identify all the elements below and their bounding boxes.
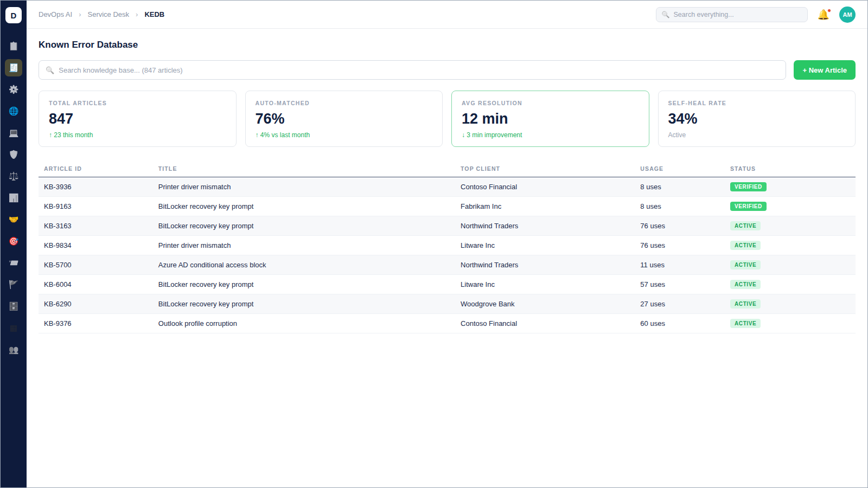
kb-search-row: 🔍 + New Article [39, 60, 856, 80]
sidebar-item-partners[interactable]: 🤝 [5, 211, 22, 228]
cell-article-id: KB-9376 [39, 314, 153, 333]
table-row[interactable]: KB-9834 Printer driver mismatch Litware … [39, 236, 856, 255]
status-badge: ACTIVE [730, 299, 761, 309]
cell-usage: 76 uses [635, 216, 725, 236]
sidebar-item-flags[interactable]: 🚩 [5, 276, 22, 293]
cell-status: ACTIVE [725, 255, 856, 275]
cell-title: BitLocker recovery key prompt [153, 294, 455, 314]
stats-row: TOTAL ARTICLES 847 ↑ 23 this month AUTO-… [39, 91, 856, 147]
cell-title: BitLocker recovery key prompt [153, 216, 455, 236]
sidebar-item-users[interactable]: 👥 [5, 341, 22, 358]
stat-label: TOTAL ARTICLES [49, 100, 226, 106]
cell-usage: 57 uses [635, 275, 725, 294]
servers-icon: 🗄️ [9, 301, 19, 311]
table-row[interactable]: KB-3936 Printer driver mismatch Contoso … [39, 177, 856, 197]
status-badge: VERIFIED [730, 182, 767, 191]
analytics-icon: 📊 [9, 193, 19, 203]
cell-title: BitLocker recovery key prompt [153, 275, 455, 294]
cell-status: ACTIVE [725, 236, 856, 255]
settings-icon: ⚙️ [9, 85, 19, 94]
partners-icon: 🤝 [9, 215, 19, 224]
global-search-input[interactable] [674, 11, 802, 18]
cell-title: Outlook profile corruption [153, 314, 455, 333]
sidebar-item-network[interactable]: 🌐 [5, 102, 22, 120]
notifications-bell-icon[interactable]: 🔔 [818, 10, 829, 20]
status-badge: ACTIVE [730, 319, 761, 328]
cell-article-id: KB-3163 [39, 216, 153, 236]
cell-article-id: KB-6290 [39, 294, 153, 314]
topbar-right: 🔍 🔔 AM [656, 7, 856, 23]
compliance-icon: ⚖️ [9, 171, 19, 181]
sidebar-item-compliance[interactable]: ⚖️ [5, 168, 22, 185]
cell-status: VERIFIED [725, 197, 856, 216]
cell-title: BitLocker recovery key prompt [153, 197, 455, 216]
global-search[interactable]: 🔍 [656, 7, 808, 22]
breadcrumb-kedb: KEDB [144, 10, 164, 18]
cell-usage: 76 uses [635, 236, 725, 255]
cell-title: Printer driver mismatch [153, 177, 455, 197]
table-row[interactable]: KB-9376 Outlook profile corruption Conto… [39, 314, 856, 333]
cell-top-client: Litware Inc [455, 236, 635, 255]
search-icon: 🔍 [662, 11, 670, 18]
sidebar-item-mail[interactable]: 📨 [5, 254, 22, 272]
status-badge: ACTIVE [730, 260, 761, 269]
stat-card: AVG RESOLUTION 12 min ↓ 3 min improvemen… [451, 91, 649, 147]
stat-value: 847 [49, 111, 226, 127]
stat-label: AUTO-MATCHED [256, 100, 433, 106]
reports-icon: 📋 [9, 41, 19, 51]
sidebar-item-servers[interactable]: 🗄️ [5, 298, 22, 315]
cell-status: ACTIVE [725, 216, 856, 236]
users-icon: 👥 [9, 345, 19, 355]
sidebar-items: 📋 🧾 ⚙️ 🌐 💻 🛡️ ⚖️ 📊 🤝 🎯 📨 🚩 🗄️ ▦ 👥 [5, 37, 22, 358]
status-badge: ACTIVE [730, 241, 761, 250]
cell-article-id: KB-9834 [39, 236, 153, 255]
cell-status: ACTIVE [725, 275, 856, 294]
sidebar-item-analytics[interactable]: 📊 [5, 189, 22, 207]
table-row[interactable]: KB-5700 Azure AD conditional access bloc… [39, 255, 856, 275]
sidebar-item-settings[interactable]: ⚙️ [5, 81, 22, 98]
table-row[interactable]: KB-6004 BitLocker recovery key prompt Li… [39, 275, 856, 294]
kb-search-input[interactable] [59, 66, 779, 74]
status-badge: VERIFIED [730, 202, 767, 211]
cell-usage: 8 uses [635, 177, 725, 197]
kb-search[interactable]: 🔍 [39, 60, 786, 80]
sidebar-item-reports[interactable]: 📋 [5, 37, 22, 55]
stat-delta: ↑ 23 this month [49, 131, 226, 139]
stat-label: SELF-HEAL RATE [668, 100, 846, 106]
status-badge: ACTIVE [730, 280, 761, 289]
cell-top-client: Litware Inc [455, 275, 635, 294]
breadcrumb-service-desk[interactable]: Service Desk [87, 10, 129, 18]
sidebar-item-devices[interactable]: 💻 [5, 124, 22, 142]
cell-article-id: KB-9163 [39, 197, 153, 216]
table-row[interactable]: KB-9163 BitLocker recovery key prompt Fa… [39, 197, 856, 216]
stat-value: 34% [668, 111, 846, 127]
cell-status: VERIFIED [725, 177, 856, 197]
sidebar-item-kedb[interactable]: 🧾 [5, 59, 22, 76]
sidebar-item-security[interactable]: 🛡️ [5, 146, 22, 163]
table-row[interactable]: KB-3163 BitLocker recovery key prompt No… [39, 216, 856, 236]
sidebar-item-apps-grid[interactable]: ▦ [5, 319, 22, 337]
devices-icon: 💻 [9, 128, 19, 138]
security-icon: 🛡️ [9, 150, 19, 159]
avatar[interactable]: AM [839, 7, 856, 23]
breadcrumb-devops-ai[interactable]: DevOps AI [39, 10, 72, 18]
stat-value: 76% [256, 111, 433, 127]
cell-article-id: KB-3936 [39, 177, 153, 197]
cell-usage: 8 uses [635, 197, 725, 216]
sidebar-item-targets[interactable]: 🎯 [5, 233, 22, 250]
cell-top-client: Northwind Traders [455, 255, 635, 275]
app-logo[interactable]: D [5, 7, 22, 23]
col-header-usage: USAGE [635, 161, 725, 177]
table-row[interactable]: KB-6290 BitLocker recovery key prompt Wo… [39, 294, 856, 314]
cell-status: ACTIVE [725, 314, 856, 333]
stat-delta: ↓ 3 min improvement [462, 131, 639, 139]
new-article-button[interactable]: + New Article [794, 60, 856, 80]
cell-usage: 11 uses [635, 255, 725, 275]
stat-card: AUTO-MATCHED 76% ↑ 4% vs last month [245, 91, 443, 147]
cell-usage: 27 uses [635, 294, 725, 314]
app-window: D 📋 🧾 ⚙️ 🌐 💻 🛡️ ⚖️ 📊 🤝 🎯 📨 🚩 🗄️ ▦ 👥 DevO… [0, 0, 868, 488]
kedb-table-header: ARTICLE ID TITLE TOP CLIENT USAGE STATUS [39, 161, 856, 177]
mail-icon: 📨 [9, 258, 19, 268]
stat-delta: ↑ 4% vs last month [256, 131, 433, 139]
targets-icon: 🎯 [9, 236, 19, 246]
